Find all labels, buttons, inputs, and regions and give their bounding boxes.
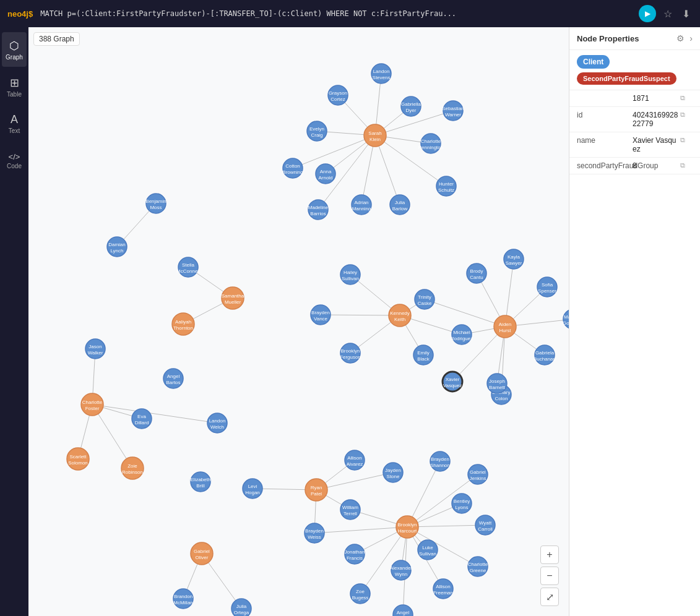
graph-node[interactable]: XavierVasquez bbox=[443, 372, 462, 391]
zoom-fit-button[interactable]: ⤢ bbox=[540, 588, 559, 606]
graph-node[interactable]: JasonWalker bbox=[85, 339, 105, 359]
table-icon: ⊞ bbox=[10, 76, 19, 90]
graph-node[interactable]: GabrielOliver bbox=[191, 542, 213, 565]
graph-node[interactable]: ZoieRobinson bbox=[121, 457, 144, 479]
graph-node[interactable]: AidenHurst bbox=[494, 315, 516, 338]
copy-icon[interactable]: ⧉ bbox=[680, 111, 693, 119]
result-badge: 388 Graph bbox=[33, 32, 80, 46]
graph-node[interactable]: BrooklynHarcourt bbox=[396, 516, 418, 538]
star-button[interactable]: ☆ bbox=[661, 6, 675, 22]
copy-icon[interactable]: ⧉ bbox=[680, 94, 693, 102]
panel-expand-button[interactable]: › bbox=[689, 33, 693, 43]
graph-node[interactable]: LukeSullivan bbox=[418, 540, 438, 560]
graph-node[interactable]: KennedyKeith bbox=[389, 304, 411, 327]
graph-node[interactable]: HaileySullivan bbox=[340, 265, 360, 284]
graph-node[interactable]: DamianLynch bbox=[107, 237, 127, 257]
sidebar-item-table[interactable]: ⊞ Table bbox=[2, 69, 27, 104]
graph-node[interactable]: AllisonAlvarez bbox=[345, 450, 365, 470]
graph-node[interactable]: EvelynCraig bbox=[307, 121, 327, 141]
graph-area[interactable]: 388 Graph SarahKleinLandonStevensGrayson… bbox=[28, 27, 569, 616]
graph-node[interactable]: AngelBartos bbox=[163, 369, 183, 388]
graph-node[interactable]: AlexanderWynn bbox=[390, 560, 412, 580]
graph-node[interactable]: ScarlettSolomon bbox=[67, 448, 89, 470]
graph-node[interactable]: BenjaminMoss bbox=[145, 194, 166, 213]
graph-node[interactable]: LeviHogan bbox=[243, 479, 262, 498]
graph-node[interactable]: GraysonCortez bbox=[328, 85, 348, 105]
graph-node[interactable]: AnnaArnold bbox=[316, 164, 335, 184]
graph-node[interactable]: WilliamTerrell bbox=[340, 500, 360, 520]
svg-point-34 bbox=[390, 195, 410, 215]
graph-node[interactable]: CharlotteGreene bbox=[468, 557, 488, 576]
graph-node[interactable]: EvaDillard bbox=[132, 409, 152, 429]
graph-node[interactable]: ZoeBugess bbox=[350, 584, 370, 604]
graph-node[interactable]: MakaylaGonzalez bbox=[563, 309, 569, 329]
graph-node[interactable]: CharlotteFoster bbox=[81, 393, 103, 416]
graph-node[interactable]: JonathanFrancis bbox=[345, 544, 365, 564]
graph-svg: SarahKleinLandonStevensGraysonCortezGabr… bbox=[28, 27, 569, 616]
sidebar-item-graph[interactable]: ⬡ Graph bbox=[2, 32, 27, 67]
graph-node[interactable]: MichaelRodriguez bbox=[451, 325, 473, 344]
graph-node[interactable]: AngelDominguez bbox=[391, 605, 415, 616]
svg-point-166 bbox=[391, 560, 411, 580]
property-row: secondPartyFraudGroup 8 ⧉ bbox=[569, 158, 700, 174]
svg-point-88 bbox=[563, 309, 569, 329]
prop-value: 8 bbox=[633, 161, 680, 170]
sidebar-item-code[interactable]: </> Code bbox=[2, 143, 27, 178]
graph-node[interactable]: MadelineBarrios bbox=[308, 200, 329, 220]
panel-header: Node Properties ⚙ › bbox=[569, 27, 700, 50]
copy-icon[interactable]: ⧉ bbox=[680, 161, 693, 169]
svg-point-70 bbox=[452, 325, 472, 344]
graph-node[interactable]: CottonBrowning bbox=[282, 158, 303, 178]
sidebar-item-text[interactable]: A Text bbox=[2, 106, 27, 141]
download-button[interactable]: ⬇ bbox=[680, 6, 693, 22]
svg-point-124 bbox=[191, 472, 210, 492]
svg-point-55 bbox=[389, 304, 411, 327]
prop-key: name bbox=[577, 136, 633, 145]
graph-node[interactable]: WyattCarroll bbox=[475, 515, 495, 535]
graph-node[interactable]: BrodyCantu bbox=[467, 263, 486, 283]
graph-node[interactable]: RyanPatel bbox=[305, 479, 327, 501]
graph-node[interactable]: BraydenVance bbox=[311, 305, 331, 325]
graph-node[interactable]: SebastianWarner bbox=[442, 101, 464, 121]
graph-node[interactable]: AdrianManning bbox=[352, 195, 371, 215]
graph-node[interactable]: AllisonFreeman bbox=[433, 579, 453, 599]
copy-icon[interactable]: ⧉ bbox=[680, 136, 693, 144]
graph-node[interactable]: SofiaSpenser bbox=[537, 277, 557, 297]
svg-point-115 bbox=[121, 457, 144, 479]
graph-node[interactable]: BentleyLyons bbox=[452, 494, 472, 513]
zoom-in-button[interactable]: + bbox=[540, 545, 559, 564]
graph-node[interactable]: LandonStevens bbox=[371, 64, 391, 83]
graph-node[interactable]: GabriellaDyer bbox=[401, 96, 421, 116]
graph-node[interactable]: JosephBarnett bbox=[487, 374, 507, 393]
zoom-out-button[interactable]: − bbox=[540, 567, 559, 585]
graph-edge bbox=[407, 525, 485, 527]
graph-node[interactable]: BrooklynFerguson bbox=[340, 343, 361, 363]
graph-node[interactable]: BraydenWeiss bbox=[305, 523, 324, 543]
graph-icon: ⬡ bbox=[9, 39, 19, 53]
panel-settings-button[interactable]: ⚙ bbox=[676, 33, 685, 43]
graph-node[interactable]: JuliaBarlow bbox=[390, 195, 410, 215]
graph-node[interactable]: KaylaSawyer bbox=[504, 249, 524, 269]
graph-node[interactable]: TrinityCaske bbox=[415, 289, 434, 309]
graph-node[interactable]: JaydenStone bbox=[383, 463, 403, 482]
graph-node[interactable]: AaliyahThornton bbox=[172, 313, 194, 335]
graph-node[interactable]: LandonWelch bbox=[207, 413, 227, 433]
graph-node[interactable]: StellaMcConnell bbox=[176, 257, 200, 277]
tag-client[interactable]: Client bbox=[577, 55, 610, 69]
run-button[interactable]: ▶ bbox=[639, 5, 656, 22]
graph-node[interactable]: BraydenShannon bbox=[430, 451, 450, 471]
graph-node[interactable]: EmilyBlack bbox=[413, 345, 433, 365]
graph-node[interactable]: CharlottePennington bbox=[418, 134, 443, 153]
graph-node[interactable]: ElizabethBrill bbox=[191, 472, 211, 492]
graph-node[interactable]: SarahKlein bbox=[364, 124, 386, 147]
graph-node[interactable]: JuliaOrtega bbox=[231, 599, 251, 616]
svg-point-61 bbox=[311, 305, 331, 325]
graph-node[interactable]: GabrielaBuchanan bbox=[534, 345, 556, 365]
graph-node[interactable]: SamanthaMueller bbox=[222, 287, 244, 309]
svg-point-157 bbox=[305, 523, 324, 543]
graph-node[interactable]: GabrielJenkins bbox=[468, 464, 488, 484]
graph-node[interactable]: HunterSchultz bbox=[436, 176, 456, 196]
tag-fraud-suspect[interactable]: SecondPartyFraudSuspect bbox=[577, 72, 676, 85]
graph-edge bbox=[314, 527, 407, 533]
graph-node[interactable]: BrandonMcMillan bbox=[173, 589, 193, 609]
